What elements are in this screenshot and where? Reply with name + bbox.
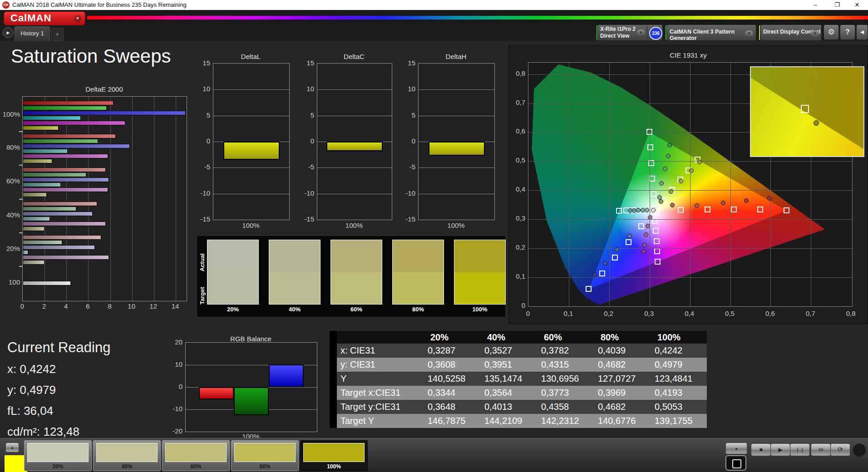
deltae-x-tick: 4: [59, 302, 73, 310]
cie-y-tick: 0,6: [505, 127, 525, 135]
gridline: [176, 97, 176, 301]
arrow-up-icon: ▲: [10, 445, 15, 450]
pattern-card-20%[interactable]: 20%: [24, 440, 92, 471]
cie-y-tick: 0,3: [505, 214, 525, 222]
minimize-button[interactable]: –: [806, 0, 824, 10]
gear-icon: ⚙: [828, 28, 834, 36]
help-button[interactable]: ?: [840, 25, 855, 40]
chevron-left-icon: ◀: [860, 29, 864, 34]
deltae-bar-cyan-40%: [23, 216, 50, 221]
pattern-card-40%[interactable]: 40%: [93, 440, 161, 471]
stop-measure-button[interactable]: [725, 455, 746, 471]
chevron-down-icon: ▼: [637, 30, 645, 36]
table-cell: 0,4979: [648, 358, 705, 372]
layout-nav-button[interactable]: ▶: [3, 27, 14, 38]
table-cell: 0,3287: [421, 344, 478, 358]
collapse-panel-button[interactable]: ◀: [856, 25, 868, 40]
deltac-y-tick: 0: [294, 137, 314, 145]
cie-measured-point: [695, 203, 699, 208]
add-tab-button[interactable]: +: [51, 28, 64, 41]
display-control-dropdown[interactable]: Direct Display Control ▼: [758, 25, 822, 41]
divider: [647, 26, 647, 39]
cie-target-point: [616, 208, 622, 214]
current-reading-fl: fL: 36,04: [7, 404, 53, 418]
meter-dropdown[interactable]: X-Rite i1Pro 2 Direct View ▼ 236: [596, 25, 663, 41]
gridline: [650, 63, 650, 306]
close-button[interactable]: ✕: [848, 0, 866, 10]
deltah-y-tick: -5: [395, 163, 415, 171]
transport-up-button[interactable]: ▲: [725, 442, 747, 454]
deltae-bar-red-40%: [23, 202, 97, 206]
play-button[interactable]: ▶: [770, 443, 790, 456]
pattern-generator-dropdown[interactable]: CalMAN Client 3 Pattern Generator ▼: [665, 25, 756, 41]
deltae-bar-yellow-60%: [23, 192, 47, 197]
table-row: Target y:CIE310,36480,40130,43580,46820,…: [337, 400, 707, 414]
deltal-y-tick: -15: [190, 215, 210, 223]
current-reading-heading: Current Reading: [7, 339, 110, 356]
deltae-x-tick: 8: [103, 302, 117, 310]
help-icon: ?: [845, 28, 850, 36]
inset-target-marker: [801, 105, 809, 113]
continuous-read-button[interactable]: ∞: [811, 443, 831, 456]
deltae-bar-yellow-100%: [23, 126, 59, 130]
swatch-column-label: 40%: [269, 306, 321, 313]
restore-button[interactable]: ❐: [828, 0, 846, 10]
refresh-button[interactable]: ⟳: [830, 443, 850, 456]
gridline: [110, 97, 111, 301]
gridline: [528, 161, 852, 162]
stop-button[interactable]: ■: [751, 443, 771, 456]
status-light: [853, 443, 866, 457]
rgb-y-tick: -20: [163, 427, 182, 435]
read-series-button[interactable]: [··]: [790, 443, 810, 456]
table-cell: 0,3773: [535, 386, 592, 400]
calman-menu-button[interactable]: CalMAN ▼: [4, 11, 85, 25]
swatch-column-label: 60%: [330, 306, 382, 313]
meter-name: X-Rite i1Pro 2: [600, 26, 636, 32]
table-row-label: Target y:CIE31: [337, 400, 421, 414]
gridline: [213, 89, 289, 90]
pattern-card-80%[interactable]: 80%: [231, 440, 299, 471]
table-cell: 0,4682: [592, 400, 648, 414]
deltae-bar-cyan-100%: [23, 116, 81, 120]
deltac-y-tick: 15: [294, 59, 314, 67]
deltal-y-tick: 0: [190, 137, 210, 145]
deltal-chart: [213, 63, 290, 220]
table-header-cell: 40%: [478, 331, 535, 344]
deltae-bar-green-100%: [23, 106, 107, 110]
pattern-card-100%[interactable]: 100%: [300, 440, 368, 471]
settings-button[interactable]: ⚙: [824, 25, 839, 40]
deltah-bar: [429, 142, 485, 156]
deltac-chart: [317, 63, 392, 220]
deltae-bar-green-20%: [23, 240, 62, 245]
meter-mode: Direct View: [600, 33, 629, 39]
deltae-category-label: 100%: [0, 110, 20, 118]
cie-measured-point: [667, 143, 672, 148]
cie-y-tick: 0,4: [505, 185, 525, 193]
pattern-card-label: 100%: [301, 463, 367, 470]
chevron-down-icon: ▼: [811, 30, 819, 37]
queue-up-button[interactable]: ▲: [5, 442, 19, 452]
table-cell: 0,5053: [648, 400, 705, 414]
swatch-100%: [454, 240, 506, 305]
cie-target-point: [757, 206, 763, 212]
table-cell: 146,7875: [421, 414, 478, 428]
cie-x-tick: 0,6: [761, 310, 779, 317]
pattern-card-60%[interactable]: 60%: [162, 440, 230, 471]
cie-target-point: [654, 238, 660, 244]
cie-measured-point: [666, 154, 671, 158]
cie-target-point: [599, 270, 605, 276]
cie-measured-point: [627, 234, 632, 238]
rgb-balance-bar-red: [199, 387, 234, 399]
table-row: Y140,5258135,1474130,6956127,0727123,484…: [337, 372, 707, 386]
cie-x-tick: 0,7: [801, 310, 819, 317]
deltae-bar-red-80%: [23, 134, 116, 138]
gridline: [213, 194, 289, 194]
gridline: [154, 97, 154, 301]
table-cell: 0,4682: [592, 358, 648, 372]
cie-target-point: [626, 239, 631, 245]
table-cell: 0,4193: [648, 386, 705, 400]
rgb-balance-chart: [185, 342, 317, 432]
cie-y-tick: 0: [505, 301, 525, 309]
tab-history-1[interactable]: History 1: [15, 26, 50, 41]
swatch-column-label: 100%: [454, 306, 506, 313]
